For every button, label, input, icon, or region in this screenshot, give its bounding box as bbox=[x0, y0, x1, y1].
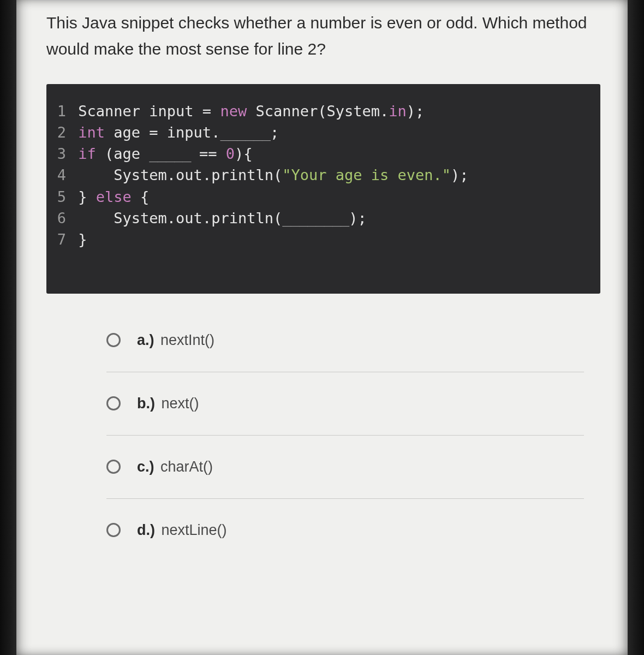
quiz-page: This Java snippet checks whether a numbe… bbox=[16, 0, 628, 655]
option-text: b.) next() bbox=[137, 395, 199, 412]
line-number: 1 bbox=[53, 100, 66, 122]
option-d[interactable]: d.) nextLine() bbox=[106, 499, 584, 562]
code-snippet: 1 Scanner input = new Scanner(System.in)… bbox=[46, 84, 600, 294]
option-a[interactable]: a.) nextInt() bbox=[106, 332, 584, 372]
line-number: 2 bbox=[53, 122, 66, 143]
option-text: d.) nextLine() bbox=[137, 522, 227, 539]
option-text: a.) nextInt() bbox=[137, 332, 214, 349]
line-number: 7 bbox=[53, 229, 66, 250]
blank-line3: _____ bbox=[149, 145, 199, 162]
line-number: 5 bbox=[53, 186, 66, 207]
radio-icon[interactable] bbox=[106, 460, 121, 474]
option-b[interactable]: b.) next() bbox=[106, 372, 584, 436]
blank-line6: ________ bbox=[282, 210, 349, 227]
answer-list: a.) nextInt() b.) next() c.) charAt() d.… bbox=[46, 332, 600, 562]
line-number: 4 bbox=[53, 164, 66, 186]
line-number: 6 bbox=[53, 207, 66, 229]
question-text: This Java snippet checks whether a numbe… bbox=[46, 10, 600, 62]
blank-line2: ______ bbox=[220, 124, 270, 141]
option-c[interactable]: c.) charAt() bbox=[106, 436, 584, 499]
radio-icon[interactable] bbox=[106, 396, 121, 410]
line-number: 3 bbox=[53, 143, 66, 164]
radio-icon[interactable] bbox=[106, 523, 121, 537]
radio-icon[interactable] bbox=[106, 333, 121, 347]
option-text: c.) charAt() bbox=[137, 458, 213, 475]
